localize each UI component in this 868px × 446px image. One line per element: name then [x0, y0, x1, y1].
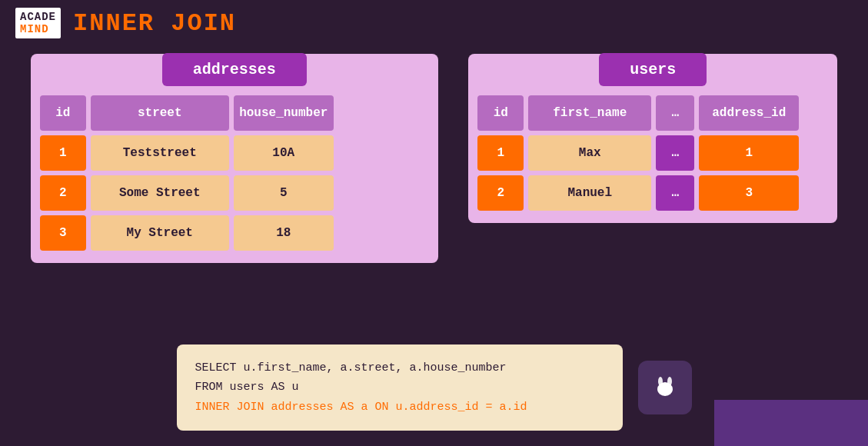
sql-line3: INNER JOIN addresses AS a ON u.address_i… — [195, 398, 604, 418]
logo-mind: MIND — [20, 23, 56, 35]
col-house-header: house_number — [234, 95, 334, 131]
header: ACADE MIND INNER JOIN — [0, 0, 868, 46]
users-col-addrid-header: address_id — [699, 95, 799, 131]
users-table-container: users id first_name … address_id 1 Max …… — [468, 54, 837, 223]
play-button[interactable] — [638, 361, 692, 414]
col-street-header: street — [91, 95, 229, 131]
users-table-title: users — [599, 53, 707, 86]
addresses-header-row: id street house_number — [40, 95, 429, 131]
addresses-row-1: 1 Teststreet 10A — [40, 135, 429, 171]
users-row-1: 1 Max … 1 — [477, 135, 828, 171]
user-id-2: 2 — [477, 175, 524, 211]
users-col-dots-header: … — [656, 95, 694, 131]
page-title: INNER JOIN — [73, 9, 236, 38]
user-dots-1: … — [656, 135, 694, 171]
users-col-fname-header: first_name — [528, 95, 651, 131]
user-id-1: 1 — [477, 135, 524, 171]
addresses-title-row: addresses — [31, 54, 438, 86]
addr-street-2: Some Street — [91, 175, 229, 211]
addresses-row-3: 3 My Street 18 — [40, 215, 429, 251]
addr-house-1: 10A — [234, 135, 334, 171]
user-dots-2: … — [656, 175, 694, 211]
addresses-table: id street house_number 1 Teststreet 10A … — [31, 95, 438, 251]
logo-acade: ACADE — [20, 11, 56, 23]
users-header-row: id first_name … address_id — [477, 95, 828, 131]
user-addrid-2: 3 — [699, 175, 799, 211]
logo: ACADE MIND — [15, 8, 61, 38]
user-addrid-1: 1 — [699, 135, 799, 171]
user-fname-1: Max — [528, 135, 651, 171]
sql-line2: FROM users AS u — [195, 378, 604, 398]
users-row-2: 2 Manuel … 3 — [477, 175, 828, 211]
users-title-row: users — [468, 54, 837, 86]
addr-street-3: My Street — [91, 215, 229, 251]
addresses-table-container: addresses id street house_number 1 Tests… — [31, 54, 438, 263]
sql-line1: SELECT u.first_name, a.street, a.house_n… — [195, 358, 604, 378]
user-fname-2: Manuel — [528, 175, 651, 211]
addr-house-3: 18 — [234, 215, 334, 251]
sql-section: SELECT u.first_name, a.street, a.house_n… — [177, 344, 692, 431]
addr-house-2: 5 — [234, 175, 334, 211]
sql-box: SELECT u.first_name, a.street, a.house_n… — [177, 344, 623, 431]
bottom-decoration — [714, 400, 868, 446]
addresses-table-title: addresses — [162, 53, 307, 86]
play-icon — [653, 375, 677, 400]
addresses-row-2: 2 Some Street 5 — [40, 175, 429, 211]
users-col-id-header: id — [477, 95, 524, 131]
users-table: id first_name … address_id 1 Max … 1 2 M… — [468, 95, 837, 211]
col-id-header: id — [40, 95, 86, 131]
addr-id-3: 3 — [40, 215, 86, 251]
addr-id-2: 2 — [40, 175, 86, 211]
addr-street-1: Teststreet — [91, 135, 229, 171]
main-content: addresses id street house_number 1 Tests… — [0, 46, 868, 271]
addr-id-1: 1 — [40, 135, 86, 171]
